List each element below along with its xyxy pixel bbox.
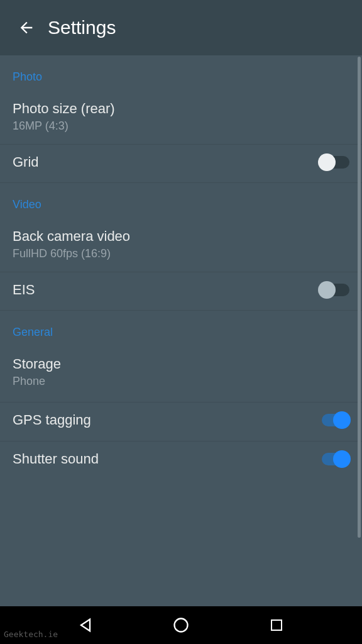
gps-title: GPS tagging: [13, 411, 319, 430]
nav-recent-button[interactable]: [261, 610, 292, 640]
storage-subtitle: Phone: [13, 375, 349, 388]
back-camera-subtitle: FullHD 60fps (16:9): [13, 247, 349, 260]
grid-toggle[interactable]: [319, 156, 349, 169]
nav-home-button[interactable]: [166, 610, 196, 640]
setting-photo-size[interactable]: Photo size (rear) 16MP (4:3): [0, 91, 362, 145]
gps-toggle[interactable]: [319, 414, 349, 426]
storage-title: Storage: [13, 355, 349, 374]
shutter-toggle[interactable]: [319, 453, 349, 465]
svg-rect-1: [272, 620, 282, 630]
setting-eis[interactable]: EIS: [0, 272, 362, 311]
nav-back-button[interactable]: [70, 610, 101, 640]
settings-content: Photo Photo size (rear) 16MP (4:3) Grid …: [0, 55, 362, 606]
setting-grid[interactable]: Grid: [0, 145, 362, 184]
back-button[interactable]: [11, 13, 41, 43]
setting-shutter[interactable]: Shutter sound: [0, 441, 362, 480]
square-recent-icon: [269, 618, 284, 633]
grid-title: Grid: [13, 153, 319, 172]
eis-toggle[interactable]: [319, 284, 349, 296]
watermark: Geektech.ie: [4, 630, 58, 639]
arrow-back-icon: [18, 19, 35, 36]
circle-home-icon: [172, 616, 190, 634]
photo-size-subtitle: 16MP (4:3): [13, 119, 349, 133]
eis-title: EIS: [13, 281, 319, 299]
svg-point-0: [175, 619, 188, 632]
section-header-video: Video: [0, 183, 362, 219]
page-title: Settings: [48, 17, 116, 38]
section-header-general: General: [0, 311, 362, 347]
photo-size-title: Photo size (rear): [13, 100, 349, 118]
setting-storage[interactable]: Storage Phone: [0, 347, 362, 402]
setting-gps[interactable]: GPS tagging: [0, 402, 362, 441]
shutter-title: Shutter sound: [13, 450, 319, 469]
triangle-back-icon: [77, 616, 94, 634]
back-camera-title: Back camera video: [13, 228, 349, 246]
scrollbar[interactable]: [358, 57, 361, 538]
section-header-photo: Photo: [0, 55, 362, 91]
setting-back-camera[interactable]: Back camera video FullHD 60fps (16:9): [0, 219, 362, 272]
app-header: Settings: [0, 0, 362, 55]
